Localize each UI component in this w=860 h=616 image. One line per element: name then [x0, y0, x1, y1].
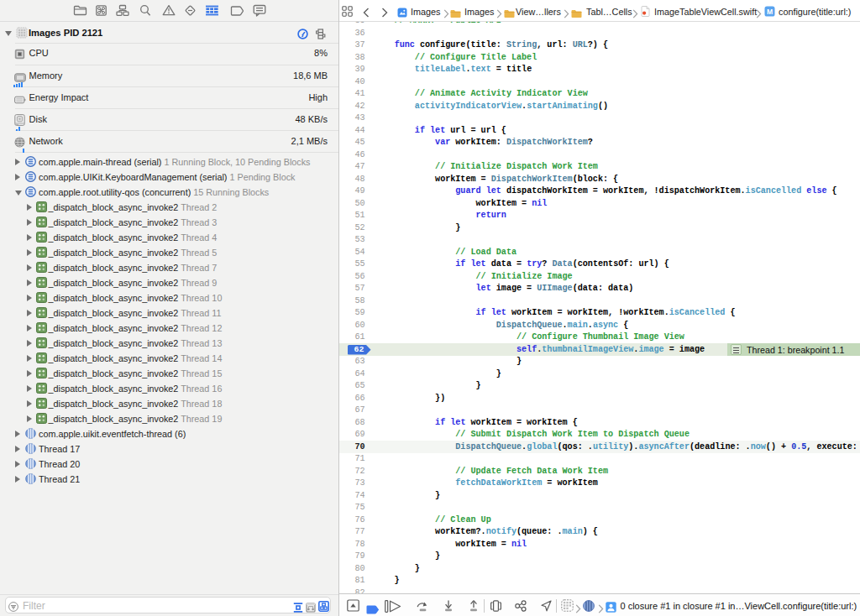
svg-text:M: M	[767, 8, 773, 16]
